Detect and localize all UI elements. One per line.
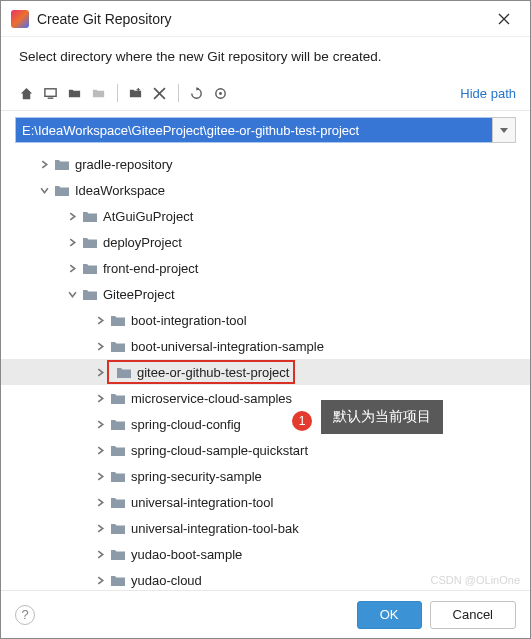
- folder-icon: [109, 339, 127, 353]
- tree-item[interactable]: yudao-boot-sample: [1, 541, 530, 567]
- tree-item[interactable]: deployProject: [1, 229, 530, 255]
- folder-icon: [109, 313, 127, 327]
- home-icon[interactable]: [15, 82, 37, 104]
- cancel-button[interactable]: Cancel: [430, 601, 516, 629]
- tree-item-label: spring-cloud-sample-quickstart: [131, 443, 308, 458]
- tree-item-label: yudao-boot-sample: [131, 547, 242, 562]
- folder-icon: [81, 209, 99, 223]
- chevron-right-icon[interactable]: [93, 342, 107, 351]
- instruction-text: Select directory where the new Git repos…: [1, 37, 530, 78]
- folder-icon: [53, 157, 71, 171]
- folder-icon: [81, 235, 99, 249]
- close-icon: [498, 13, 510, 25]
- toolbar-separator: [117, 84, 118, 102]
- tree-item-label: yudao-cloud: [131, 573, 202, 588]
- show-hidden-icon[interactable]: [209, 82, 231, 104]
- tree-item[interactable]: spring-cloud-sample-quickstart: [1, 437, 530, 463]
- folder-icon: [53, 183, 71, 197]
- directory-tree[interactable]: gradle-repositoryIdeaWorkspaceAtGuiGuPro…: [1, 149, 530, 605]
- chevron-down-icon[interactable]: [65, 290, 79, 299]
- new-folder-icon[interactable]: [124, 82, 146, 104]
- tree-item-label: GiteeProject: [103, 287, 175, 302]
- chevron-right-icon[interactable]: [93, 446, 107, 455]
- annotation-badge: 1: [292, 411, 312, 431]
- tree-item[interactable]: IdeaWorkspace: [1, 177, 530, 203]
- tree-item[interactable]: GiteeProject: [1, 281, 530, 307]
- close-button[interactable]: [488, 5, 520, 33]
- chevron-right-icon[interactable]: [93, 576, 107, 585]
- tree-item-label: spring-security-sample: [131, 469, 262, 484]
- titlebar: Create Git Repository: [1, 1, 530, 37]
- folder-icon: [109, 495, 127, 509]
- tree-item[interactable]: boot-universal-integration-sample: [1, 333, 530, 359]
- svg-point-2: [219, 92, 222, 95]
- folder-icon: [81, 287, 99, 301]
- tree-item[interactable]: front-end-project: [1, 255, 530, 281]
- chevron-right-icon[interactable]: [93, 420, 107, 429]
- tree-item[interactable]: spring-security-sample: [1, 463, 530, 489]
- chevron-right-icon[interactable]: [93, 524, 107, 533]
- window-title: Create Git Repository: [37, 11, 488, 27]
- folder-icon: [109, 443, 127, 457]
- tree-item-label: deployProject: [103, 235, 182, 250]
- tree-item-label: boot-integration-tool: [131, 313, 247, 328]
- ok-button[interactable]: OK: [357, 601, 422, 629]
- chevron-right-icon[interactable]: [65, 238, 79, 247]
- path-input[interactable]: [15, 117, 492, 143]
- tree-item[interactable]: microservice-cloud-samples: [1, 385, 530, 411]
- chevron-down-icon: [500, 128, 508, 133]
- svg-rect-0: [44, 88, 55, 96]
- tree-item-label: front-end-project: [103, 261, 198, 276]
- tree-item[interactable]: spring-cloud-config: [1, 411, 530, 437]
- tree-item-label: gitee-or-github-test-project: [137, 365, 289, 380]
- tree-item-label: IdeaWorkspace: [75, 183, 165, 198]
- folder-icon: [109, 547, 127, 561]
- folder-icon: [109, 469, 127, 483]
- folder-icon: [81, 261, 99, 275]
- folder-icon: [115, 365, 133, 379]
- tree-item-label: gradle-repository: [75, 157, 173, 172]
- chevron-right-icon[interactable]: [65, 212, 79, 221]
- chevron-right-icon[interactable]: [65, 264, 79, 273]
- tree-item-label: AtGuiGuProject: [103, 209, 193, 224]
- refresh-icon[interactable]: [185, 82, 207, 104]
- app-icon: [11, 10, 29, 28]
- hide-path-link[interactable]: Hide path: [460, 86, 516, 101]
- project-icon[interactable]: [63, 82, 85, 104]
- chevron-right-icon[interactable]: [93, 498, 107, 507]
- tree-item[interactable]: gitee-or-github-test-project: [1, 359, 530, 385]
- tree-item[interactable]: gradle-repository: [1, 151, 530, 177]
- chevron-right-icon[interactable]: [93, 368, 107, 377]
- chevron-right-icon[interactable]: [93, 394, 107, 403]
- folder-icon: [109, 417, 127, 431]
- tree-item[interactable]: universal-integration-tool: [1, 489, 530, 515]
- tree-item-label: universal-integration-tool-bak: [131, 521, 299, 536]
- footer: ? OK Cancel: [1, 590, 530, 638]
- tree-item-label: boot-universal-integration-sample: [131, 339, 324, 354]
- path-history-button[interactable]: [492, 117, 516, 143]
- tree-item[interactable]: AtGuiGuProject: [1, 203, 530, 229]
- highlighted-folder: gitee-or-github-test-project: [107, 360, 295, 384]
- tree-item-label: universal-integration-tool: [131, 495, 273, 510]
- chevron-right-icon[interactable]: [37, 160, 51, 169]
- tree-item[interactable]: universal-integration-tool-bak: [1, 515, 530, 541]
- toolbar: Hide path: [1, 78, 530, 111]
- path-row: [1, 111, 530, 149]
- tree-item[interactable]: boot-integration-tool: [1, 307, 530, 333]
- module-icon: [87, 82, 109, 104]
- tree-item-label: microservice-cloud-samples: [131, 391, 292, 406]
- chevron-right-icon[interactable]: [93, 550, 107, 559]
- chevron-down-icon[interactable]: [37, 186, 51, 195]
- delete-icon[interactable]: [148, 82, 170, 104]
- folder-icon: [109, 573, 127, 587]
- help-button[interactable]: ?: [15, 605, 35, 625]
- desktop-icon[interactable]: [39, 82, 61, 104]
- tree-item-label: spring-cloud-config: [131, 417, 241, 432]
- folder-icon: [109, 391, 127, 405]
- folder-icon: [109, 521, 127, 535]
- chevron-right-icon[interactable]: [93, 316, 107, 325]
- toolbar-separator: [178, 84, 179, 102]
- chevron-right-icon[interactable]: [93, 472, 107, 481]
